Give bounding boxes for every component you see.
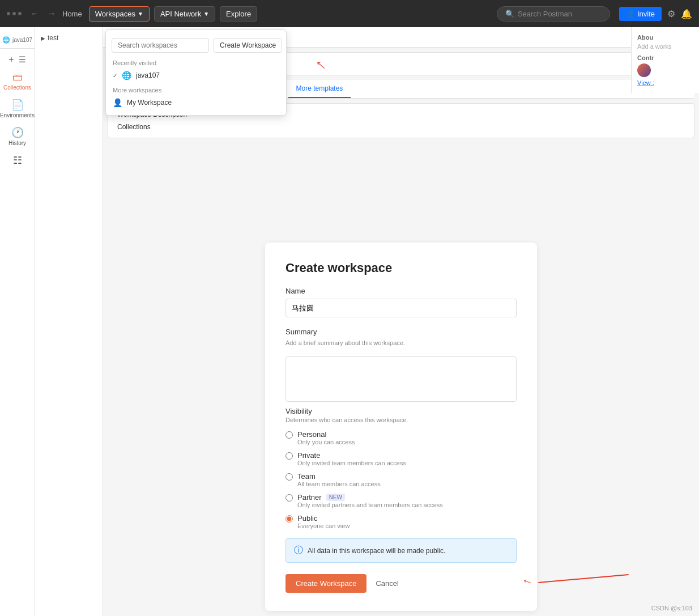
navbar-right: 👤 Invite ⚙ 🔔: [619, 7, 692, 21]
public-notice: ⓘ All data in this workspace will be mad…: [285, 538, 517, 563]
left-panel: ▶ test: [35, 27, 103, 616]
public-notice-text: All data in this workspace will be made …: [308, 547, 445, 555]
workspace-name-input[interactable]: [285, 299, 517, 317]
nav-forward[interactable]: →: [45, 7, 58, 20]
filter-button[interactable]: ☰: [19, 55, 26, 64]
user-icon: 👤: [626, 10, 635, 18]
sidebar: 🌐 java107 + ☰ 🗃 Collections 📄 Environmen…: [0, 27, 35, 616]
history-icon: 🕐: [11, 126, 24, 139]
partner-radio[interactable]: [285, 494, 293, 502]
invite-button[interactable]: 👤 Invite: [619, 7, 662, 21]
name-label: Name: [285, 287, 517, 295]
team-radio[interactable]: [285, 473, 293, 481]
bottom-red-arrow: →: [519, 573, 536, 591]
environments-icon: 📄: [11, 99, 24, 111]
partner-option: Partner NEW Only invited partners and te…: [285, 493, 517, 508]
api-network-label: API Network: [160, 10, 201, 18]
public-radio[interactable]: [285, 515, 293, 522]
workspace-indicator: 🌐 java107: [0, 32, 35, 49]
create-workspace-form: Create workspace Name Summary Add a brie…: [265, 243, 537, 611]
explore-label: Explore: [226, 10, 251, 18]
team-desc: All team members can access: [297, 481, 381, 487]
about-title: Abou: [637, 34, 693, 41]
personal-label: Personal: [297, 430, 355, 439]
submit-button[interactable]: Create Workspace: [285, 574, 366, 593]
workspace-search-input[interactable]: [112, 38, 209, 53]
collections-label: Collections: [117, 123, 685, 131]
settings-button[interactable]: ⚙: [667, 9, 675, 19]
add-button[interactable]: +: [8, 54, 14, 65]
search-bar[interactable]: 🔍 Search Postman: [497, 6, 610, 22]
add-workspace-text: Add a works: [637, 43, 693, 50]
avatar: [637, 63, 651, 77]
environments-label: Environments: [0, 112, 35, 118]
summary-textarea[interactable]: [285, 356, 517, 402]
private-radio[interactable]: [285, 452, 293, 460]
tab-more-templates[interactable]: More templates: [288, 80, 351, 98]
form-actions: Create Workspace Cancel →: [285, 574, 517, 593]
api-network-button[interactable]: API Network ▼: [154, 6, 215, 22]
public-label: Public: [297, 514, 350, 522]
create-workspace-dropdown-button[interactable]: Create Workspace: [214, 38, 282, 53]
arrow-line: [538, 574, 629, 583]
window-controls: [7, 12, 22, 15]
sidebar-item-collections[interactable]: 🗃 Collections: [3, 68, 32, 94]
globe-icon: 🌐: [122, 71, 131, 80]
summary-hint: Add a brief summary about this workspace…: [285, 339, 517, 346]
dropdown-item-my-workspace[interactable]: 👤 My Workspace: [106, 95, 286, 111]
dropdown-item-java107[interactable]: ✓ 🌐 java107: [106, 67, 286, 83]
nav-back[interactable]: ←: [28, 7, 41, 20]
workspaces-label: Workspaces: [95, 10, 135, 18]
sidebar-item-environments[interactable]: 📄 Environments: [3, 95, 32, 122]
home-link[interactable]: Home: [62, 10, 82, 18]
history-label: History: [8, 140, 26, 146]
collections-icon: 🗃: [12, 71, 23, 83]
explore-button[interactable]: Explore: [220, 6, 257, 22]
sidebar-top-actions: + ☰: [0, 52, 35, 67]
personal-radio[interactable]: [285, 431, 293, 439]
globe-icon: 🌐: [2, 36, 10, 44]
create-workspace-dropdown-label: Create Workspace: [220, 41, 276, 49]
tree-item-label: test: [48, 34, 58, 42]
my-workspace-label: My Workspace: [127, 99, 172, 107]
private-label: Private: [297, 451, 406, 460]
workspaces-menu-button[interactable]: Workspaces ▼: [89, 6, 150, 22]
public-option: Public Everyone can view: [285, 514, 517, 529]
visibility-hint: Determines who can access this workspace…: [285, 417, 517, 423]
partner-new-badge: NEW: [326, 494, 345, 501]
cancel-label: Cancel: [376, 579, 398, 588]
visibility-title: Visibility: [285, 407, 517, 415]
partner-desc: Only invited partners and team members c…: [297, 502, 443, 508]
recently-visited-label: Recently visited: [106, 56, 286, 67]
invite-label: Invite: [637, 10, 655, 18]
personal-option: Personal Only you can access: [285, 430, 517, 445]
submit-label: Create Workspace: [296, 579, 356, 588]
chevron-right-icon: ▶: [41, 35, 45, 41]
watermark: CSDN @s:103: [651, 605, 692, 611]
right-about-panel: Abou Add a works Contr View :: [631, 27, 699, 93]
sidebar-item-history[interactable]: 🕐 History: [3, 123, 32, 150]
tree-item-test[interactable]: ▶ test: [40, 32, 98, 44]
navbar: ← → Home Workspaces ▼ API Network ▼ Expl…: [0, 0, 699, 27]
more-workspaces-label: More workspaces: [106, 83, 286, 95]
workspace-name: java107: [12, 37, 32, 43]
chevron-down-icon: ▼: [203, 11, 209, 17]
main-layout: 🌐 java107 + ☰ 🗃 Collections 📄 Environmen…: [0, 27, 699, 616]
sidebar-item-mock[interactable]: ☷: [3, 151, 32, 171]
content-area: + ⋯ template to quickly set up your work…: [103, 27, 699, 616]
search-placeholder: Search Postman: [518, 10, 572, 18]
user-icon: 👤: [113, 98, 122, 107]
cancel-button[interactable]: Cancel: [373, 574, 400, 593]
notifications-button[interactable]: 🔔: [681, 9, 692, 19]
collections-label: Collections: [3, 84, 31, 91]
workspace-dropdown: Create Workspace Recently visited ✓ 🌐 ja…: [105, 29, 287, 116]
private-desc: Only invited team members can access: [297, 460, 406, 466]
form-title: Create workspace: [285, 261, 517, 275]
search-icon: 🔍: [505, 10, 514, 18]
check-icon: ✓: [113, 73, 117, 79]
public-desc: Everyone can view: [297, 522, 350, 529]
team-label: Team: [297, 472, 381, 481]
team-option: Team All team members can access: [285, 472, 517, 487]
view-link[interactable]: View :: [637, 79, 693, 86]
dropdown-search-row: Create Workspace: [106, 35, 286, 56]
